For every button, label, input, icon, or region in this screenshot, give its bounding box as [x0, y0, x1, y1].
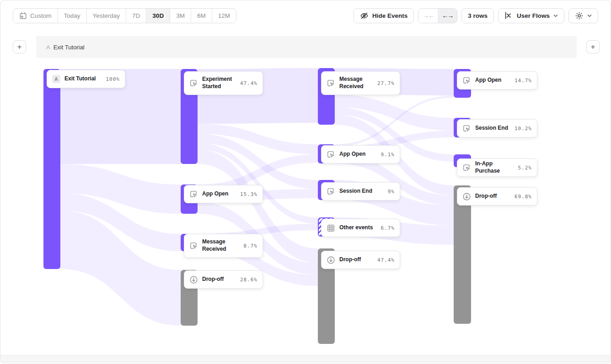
flow-node-bar-c1-exit[interactable]	[43, 69, 60, 269]
flow-node-card-c2-es[interactable]: Experiment Started47.4%	[184, 71, 263, 95]
hide-events-button[interactable]: Hide Events	[354, 8, 414, 23]
plus-icon: +	[591, 43, 595, 51]
user-flows-icon	[504, 11, 513, 20]
date-range-today[interactable]: Today	[58, 9, 87, 23]
node-percentage: 47.4%	[377, 257, 395, 263]
arrows-inward-icon: →←	[423, 12, 434, 19]
flow-node-card-c4-ao[interactable]: App Open14.7%	[457, 71, 537, 90]
node-label: Message Received	[339, 76, 373, 90]
event-cursor-icon	[462, 124, 471, 133]
node-label: App Open	[339, 151, 377, 158]
collapse-expand-toggle: →← ←→	[418, 8, 457, 23]
arrows-outward-icon: ←→	[442, 12, 453, 19]
node-label: App Open	[475, 77, 510, 84]
date-range-label: Custom	[30, 12, 52, 19]
flow-node-card-c1-exit[interactable]: AExit Tutorial100%	[47, 70, 125, 88]
hide-events-label: Hide Events	[372, 12, 407, 19]
view-selector-label: User Flows	[517, 12, 550, 19]
flow-node-card-c4-ip[interactable]: In-App Purchase5.2%	[457, 158, 537, 177]
date-range-7d[interactable]: 7D	[126, 9, 146, 23]
date-range-3m[interactable]: 3M	[170, 9, 191, 23]
flow-node-card-c3-do[interactable]: Drop-off47.4%	[321, 251, 400, 269]
flow-node-card-c3-se[interactable]: Session End9%	[321, 182, 400, 200]
drop-off-arrow-icon	[189, 275, 198, 284]
step-a-label[interactable]: A Exit Tutorial	[46, 36, 85, 58]
footer-strip	[0, 355, 611, 362]
flow-node-card-c4-se[interactable]: Session End10.2%	[457, 119, 537, 137]
node-percentage: 9%	[388, 189, 395, 195]
step-badge: A	[46, 44, 50, 51]
node-percentage: 100%	[106, 76, 120, 82]
sankey-canvas: AExit Tutorial100%Experiment Started47.4…	[0, 58, 611, 355]
flow-node-card-c2-ao[interactable]: App Open15.3%	[184, 185, 263, 203]
flow-node-card-c3-oe[interactable]: Other events6.7%	[321, 219, 400, 237]
flow-node-card-c2-mr[interactable]: Message Received8.7%	[184, 234, 263, 258]
step-event-name: Exit Tutorial	[54, 44, 85, 51]
date-range-12m[interactable]: 12M	[212, 9, 236, 23]
event-cursor-icon	[462, 76, 471, 85]
node-label: Experiment Started	[202, 76, 236, 90]
drop-off-arrow-icon	[327, 256, 335, 264]
node-percentage: 6.7%	[381, 225, 395, 231]
node-percentage: 10.2%	[515, 126, 532, 132]
event-cursor-icon	[462, 164, 471, 172]
sankey-links-layer	[0, 58, 611, 355]
event-cursor-icon	[327, 79, 335, 88]
node-percentage: 47.4%	[240, 80, 257, 86]
add-step-right-button[interactable]: +	[586, 40, 600, 53]
node-label: Drop-off	[202, 276, 236, 283]
node-label: Session End	[339, 188, 384, 195]
add-step-left-button[interactable]: +	[13, 40, 26, 53]
view-selector-button[interactable]: User Flows	[498, 8, 564, 23]
flow-node-card-c3-ao[interactable]: App Open9.1%	[321, 145, 400, 164]
chevron-down-icon	[553, 14, 558, 17]
collapse-columns-button[interactable]: →←	[418, 9, 438, 23]
node-percentage: 15.3%	[240, 191, 257, 197]
flow-node-card-c2-do[interactable]: Drop-off28.6%	[184, 270, 263, 289]
date-range-label: 6M	[197, 12, 206, 19]
flow-node-bar-c4-do[interactable]	[454, 185, 471, 324]
flow-node-card-c4-do[interactable]: Drop-off69.8%	[457, 187, 537, 206]
node-percentage: 8.7%	[244, 243, 258, 249]
step-header-strip: A Exit Tutorial	[36, 36, 577, 58]
date-range-label: Today	[64, 12, 80, 19]
node-label: Message Received	[202, 238, 240, 253]
settings-dropdown-button[interactable]	[568, 8, 598, 23]
node-label: Session End	[475, 125, 510, 132]
date-range-label: 7D	[132, 12, 140, 19]
date-range-6m[interactable]: 6M	[191, 9, 212, 23]
plus-icon: +	[17, 43, 22, 51]
node-label: Exit Tutorial	[64, 75, 102, 83]
node-percentage: 14.7%	[515, 78, 532, 84]
drop-off-arrow-icon	[462, 192, 471, 201]
calendar-icon	[19, 12, 27, 20]
toolbar-right-cluster: Hide Events →← ←→ 3 rows User Flows	[354, 8, 598, 23]
node-label: In-App Purchase	[475, 160, 514, 174]
top-toolbar: CustomTodayYesterday7D30D3M6M12M Hide Ev…	[0, 0, 611, 31]
grid-icon	[327, 224, 335, 232]
date-range-30d[interactable]: 30D	[146, 9, 170, 23]
date-range-selector: CustomTodayYesterday7D30D3M6M12M	[13, 8, 236, 23]
date-range-custom[interactable]: Custom	[13, 9, 58, 23]
date-range-yesterday[interactable]: Yesterday	[87, 9, 127, 23]
flow-node-card-c3-mr[interactable]: Message Received27.7%	[321, 71, 400, 95]
event-cursor-icon	[189, 190, 198, 199]
event-cursor-icon	[327, 187, 335, 196]
gear-icon	[575, 11, 584, 20]
node-percentage: 9.1%	[381, 152, 395, 158]
node-percentage: 69.8%	[515, 194, 532, 200]
user-flows-app: CustomTodayYesterday7D30D3M6M12M Hide Ev…	[0, 0, 611, 364]
date-range-label: 30D	[152, 12, 164, 19]
node-label: App Open	[202, 190, 236, 198]
event-cursor-icon	[189, 79, 198, 88]
node-percentage: 28.6%	[240, 277, 257, 283]
node-step-badge: A	[52, 75, 60, 83]
chevron-down-icon	[587, 14, 592, 17]
event-cursor-icon	[327, 150, 335, 159]
node-percentage: 27.7%	[377, 80, 395, 86]
date-range-label: 3M	[176, 12, 185, 19]
date-range-label: 12M	[218, 12, 230, 19]
expand-columns-button[interactable]: ←→	[438, 9, 457, 23]
rows-count-button[interactable]: 3 rows	[461, 8, 494, 23]
node-label: Drop-off	[339, 256, 373, 264]
